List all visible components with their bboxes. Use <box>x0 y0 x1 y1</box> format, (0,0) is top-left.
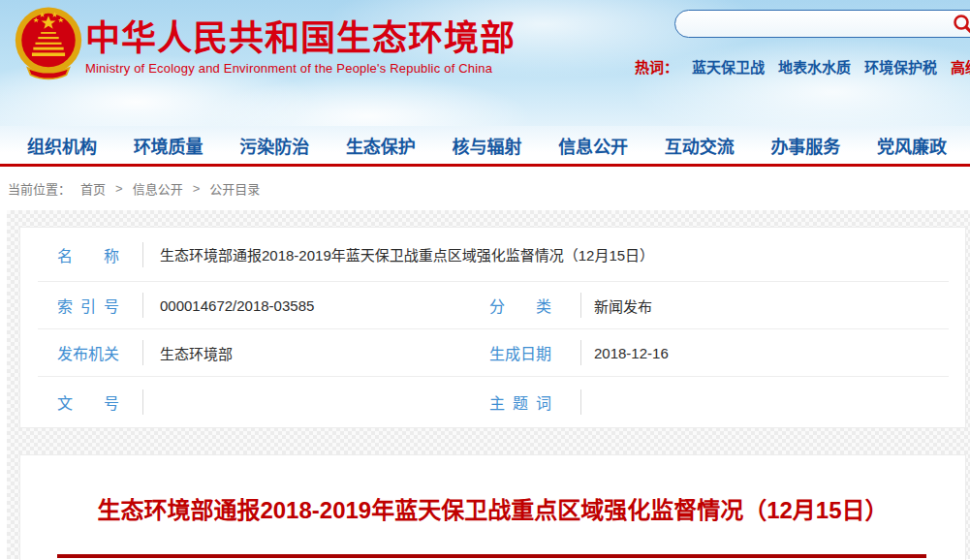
field-value-generation-date: 2018-12-16 <box>594 345 669 361</box>
nav-item-party-conduct[interactable]: 党风廉政 <box>877 133 947 158</box>
field-separator <box>580 340 581 365</box>
breadcrumb-open-catalog[interactable]: 公开目录 <box>209 179 260 198</box>
breadcrumb: 当前位置： 首页 > 信息公开 > 公开目录 <box>0 167 970 210</box>
hot-word-link-surface-water[interactable]: 地表水水质 <box>778 59 851 76</box>
article-divider <box>57 554 926 558</box>
field-value-name: 生态环境部通报2018-2019年蓝天保卫战重点区域强化监督情况（12月15日） <box>160 244 654 264</box>
content-area: 名称 生态环境部通报2018-2019年蓝天保卫战重点区域强化监督情况（12月1… <box>7 210 970 559</box>
page: 中华人民共和国生态环境部 Ministry of Ecology and Env… <box>0 0 970 560</box>
search-icon[interactable] <box>953 14 970 35</box>
hot-words-label: 热词： <box>635 59 678 76</box>
nav-item-services[interactable]: 办事服务 <box>770 133 840 158</box>
breadcrumb-separator: > <box>115 181 123 196</box>
site-title[interactable]: 中华人民共和国生态环境部 <box>85 19 516 58</box>
nav-item-env-quality[interactable]: 环境质量 <box>134 133 203 158</box>
article: 生态环境部通报2018-2019年蓝天保卫战重点区域强化监督情况（12月15日） <box>19 454 966 560</box>
table-row: 文号 主题词 <box>20 377 965 427</box>
hot-word-link-blue-sky[interactable]: 蓝天保卫战 <box>692 59 765 76</box>
nav-item-info-disclosure[interactable]: 信息公开 <box>558 133 628 158</box>
breadcrumb-info-disclosure[interactable]: 信息公开 <box>133 179 183 198</box>
field-separator <box>580 389 581 415</box>
nav-item-interaction[interactable]: 互动交流 <box>665 133 735 158</box>
field-value-category: 新闻发布 <box>594 296 652 316</box>
nav-item-organization[interactable]: 组织机构 <box>27 133 97 158</box>
field-separator <box>142 389 143 415</box>
field-label-index-number: 索引号 <box>57 294 119 317</box>
field-label-name: 名称 <box>57 243 119 266</box>
field-label-document-number: 文号 <box>57 390 119 414</box>
breadcrumb-home[interactable]: 首页 <box>80 179 106 198</box>
field-label-generation-date: 生成日期 <box>489 341 551 364</box>
field-value-index-number: 000014672/2018-03585 <box>160 297 463 314</box>
field-value-issuing-agency: 生态环境部 <box>160 343 463 363</box>
field-separator <box>142 340 143 365</box>
field-label-subject-words: 主题词 <box>489 390 551 414</box>
table-row: 名称 生态环境部通报2018-2019年蓝天保卫战重点区域强化监督情况（12月1… <box>20 228 965 281</box>
table-row: 发布机关 生态环境部 生成日期 2018-12-16 <box>20 329 965 376</box>
field-separator <box>142 242 143 267</box>
field-label-category: 分类 <box>489 294 551 317</box>
nav-item-eco-protection[interactable]: 生态保护 <box>346 133 416 158</box>
site-titles: 中华人民共和国生态环境部 Ministry of Ecology and Env… <box>85 19 516 76</box>
advanced-search-link[interactable]: 高级检索 <box>951 59 970 76</box>
hot-word-link-env-tax[interactable]: 环境保护税 <box>864 59 937 76</box>
nav-item-nuclear-radiation[interactable]: 核与辐射 <box>453 133 522 158</box>
hot-words-bar: 热词：蓝天保卫战地表水水质环境保护税高级检索 <box>635 56 970 77</box>
field-separator <box>580 293 581 318</box>
site-header: 中华人民共和国生态环境部 Ministry of Ecology and Env… <box>0 0 970 126</box>
table-row: 索引号 000014672/2018-03585 分类 新闻发布 <box>20 282 965 328</box>
search-box[interactable] <box>674 10 970 38</box>
nav-item-pollution-control[interactable]: 污染防治 <box>239 133 309 158</box>
field-separator <box>142 293 143 318</box>
article-title: 生态环境部通报2018-2019年蓝天保卫战重点区域强化监督情况（12月15日） <box>20 455 965 527</box>
breadcrumb-label: 当前位置： <box>8 179 71 198</box>
search-input[interactable] <box>689 13 941 35</box>
site-subtitle-en: Ministry of Ecology and Environment of t… <box>85 61 516 76</box>
breadcrumb-separator: > <box>193 181 201 196</box>
field-label-issuing-agency: 发布机关 <box>57 341 119 364</box>
document-info-table: 名称 生态环境部通报2018-2019年蓝天保卫战重点区域强化监督情况（12月1… <box>19 227 966 428</box>
national-emblem-logo <box>14 6 83 87</box>
main-nav: 组织机构 环境质量 污染防治 生态保护 核与辐射 信息公开 互动交流 办事服务 … <box>0 126 970 167</box>
